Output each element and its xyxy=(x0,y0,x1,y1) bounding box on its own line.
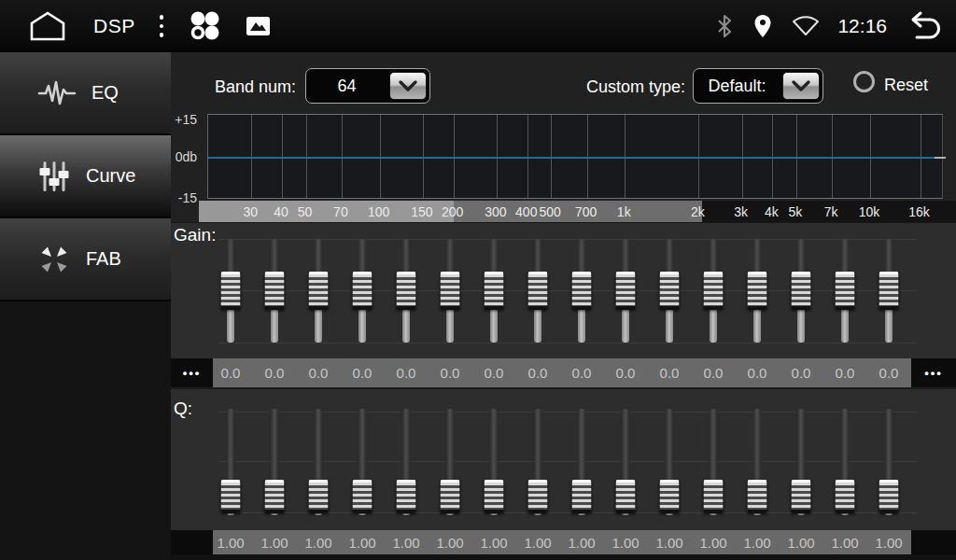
slider-knob[interactable] xyxy=(704,480,724,513)
q-slider[interactable] xyxy=(385,389,429,530)
q-slider[interactable] xyxy=(472,389,516,530)
q-slider[interactable] xyxy=(867,389,911,530)
gain-slider[interactable] xyxy=(253,223,297,358)
gain-slider[interactable] xyxy=(823,223,867,358)
q-slider[interactable] xyxy=(297,389,341,530)
sidebar-item-curve[interactable]: Curve xyxy=(0,135,171,218)
q-slider[interactable] xyxy=(560,389,604,530)
slider-track xyxy=(622,308,629,343)
slider-knob[interactable] xyxy=(221,480,241,513)
slider-knob[interactable] xyxy=(265,480,285,513)
slider-knob[interactable] xyxy=(704,272,724,310)
slider-knob[interactable] xyxy=(309,480,329,513)
band-num-select[interactable]: 64 xyxy=(305,68,430,104)
slider-knob[interactable] xyxy=(748,480,767,513)
q-slider[interactable] xyxy=(692,389,736,530)
slider-knob[interactable] xyxy=(572,480,592,513)
slider-track xyxy=(578,308,585,343)
slider-knob[interactable] xyxy=(660,272,680,310)
slider-knob[interactable] xyxy=(441,272,460,310)
chevron-down-icon[interactable] xyxy=(389,72,427,100)
freq-axis-strip[interactable]: 304050701001502003004005007001k2k3k4k5k7… xyxy=(199,201,956,224)
slider-track xyxy=(797,239,806,275)
gain-value: 0.0 xyxy=(209,358,253,387)
gain-slider[interactable] xyxy=(385,223,429,358)
slider-knob[interactable] xyxy=(485,480,504,513)
slider-knob[interactable] xyxy=(528,272,548,310)
q-slider[interactable] xyxy=(429,389,472,530)
back-icon[interactable] xyxy=(904,9,947,43)
slider-track xyxy=(490,409,499,482)
slider-knob[interactable] xyxy=(265,272,285,310)
slider-knob[interactable] xyxy=(748,272,767,310)
gain-slider[interactable] xyxy=(472,223,516,358)
slider-knob[interactable] xyxy=(572,272,592,310)
slider-knob[interactable] xyxy=(397,272,416,310)
sidebar-item-fab[interactable]: FAB xyxy=(0,218,171,301)
q-slider[interactable] xyxy=(253,389,297,530)
q-slider[interactable] xyxy=(823,389,867,530)
slider-knob[interactable] xyxy=(353,272,373,310)
q-slider[interactable] xyxy=(780,389,823,530)
slider-knob[interactable] xyxy=(836,480,855,513)
q-value: 1.00 xyxy=(297,530,341,554)
gain-slider[interactable] xyxy=(516,223,560,358)
gain-slider[interactable] xyxy=(867,223,911,358)
slider-knob[interactable] xyxy=(879,272,899,310)
slider-knob[interactable] xyxy=(485,272,504,310)
apps-icon[interactable] xyxy=(188,9,221,43)
slider-knob[interactable] xyxy=(836,272,855,310)
gain-slider[interactable] xyxy=(692,223,736,358)
q-value: 1.00 xyxy=(736,530,780,554)
slider-track xyxy=(227,308,234,343)
chevron-down-icon[interactable] xyxy=(782,72,820,100)
slider-knob[interactable] xyxy=(221,272,241,310)
slider-knob[interactable] xyxy=(879,480,899,513)
overflow-menu-icon[interactable] xyxy=(160,15,164,37)
slider-track xyxy=(885,239,893,275)
custom-type-select[interactable]: Default: xyxy=(693,68,823,104)
slider-knob[interactable] xyxy=(792,480,811,513)
gain-slider[interactable] xyxy=(297,223,341,358)
y-tick-label: -15 xyxy=(171,190,197,205)
slider-knob[interactable] xyxy=(616,272,636,310)
slider-knob[interactable] xyxy=(353,480,373,513)
gain-slider[interactable] xyxy=(604,223,648,358)
slider-track xyxy=(227,409,235,482)
freq-tick-label: 2k xyxy=(691,201,705,224)
slider-knob[interactable] xyxy=(660,480,680,513)
gallery-icon[interactable] xyxy=(246,16,271,36)
q-slider[interactable] xyxy=(516,389,560,530)
band-num-label: Band num: xyxy=(215,77,296,97)
gain-slider[interactable] xyxy=(341,223,385,358)
slider-knob[interactable] xyxy=(441,480,460,513)
gain-slider[interactable] xyxy=(648,223,692,358)
slider-knob[interactable] xyxy=(792,272,811,310)
gain-slider[interactable] xyxy=(209,223,253,358)
gain-slider[interactable] xyxy=(780,223,823,358)
clock: 12:16 xyxy=(837,15,887,37)
q-slider[interactable] xyxy=(604,389,648,530)
eq-plot[interactable] xyxy=(207,114,943,199)
slider-track xyxy=(753,409,762,482)
fader-balance-icon xyxy=(37,243,71,276)
slider-knob[interactable] xyxy=(309,272,329,310)
sidebar-item-eq[interactable]: EQ xyxy=(0,52,171,135)
slider-track xyxy=(578,239,586,275)
slider-knob[interactable] xyxy=(397,480,416,513)
reset-radio[interactable] xyxy=(853,71,875,92)
q-slider[interactable] xyxy=(736,389,780,530)
slider-knob[interactable] xyxy=(616,480,636,513)
q-slider[interactable] xyxy=(209,389,253,530)
gain-value: 0.0 xyxy=(604,358,648,387)
gain-slider[interactable] xyxy=(560,223,604,358)
gain-slider[interactable] xyxy=(736,223,780,358)
slider-track xyxy=(490,239,499,275)
q-slider[interactable] xyxy=(648,389,692,530)
q-slider[interactable] xyxy=(341,389,385,530)
slider-knob[interactable] xyxy=(528,480,548,513)
wifi-icon xyxy=(791,14,821,38)
gain-slider[interactable] xyxy=(429,223,472,358)
q-value: 1.00 xyxy=(429,530,472,554)
home-icon[interactable] xyxy=(26,10,69,42)
